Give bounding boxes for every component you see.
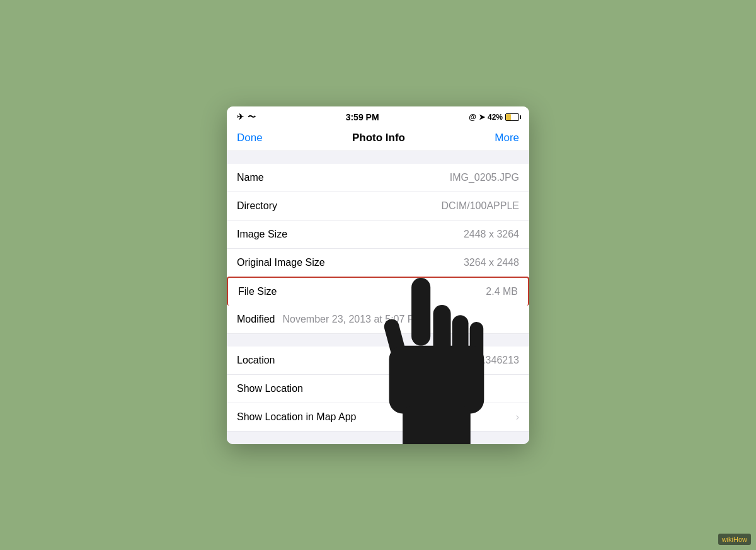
name-label: Name — [237, 172, 264, 183]
original-image-size-value: 3264 x 2448 — [464, 257, 519, 268]
directory-value: DCIM/100APPLE — [441, 200, 519, 212]
file-size-section: File Size 2.4 MB — [227, 277, 529, 306]
image-size-label: Image Size — [237, 229, 287, 240]
file-size-value: 2.4 MB — [486, 286, 518, 297]
show-location-map-row[interactable]: Show Location in Map App › — [227, 403, 529, 432]
name-value: IMG_0205.JPG — [450, 172, 519, 183]
status-left: ✈ 〜 — [237, 112, 256, 123]
location-label: Location — [237, 355, 275, 366]
section-gap-top — [227, 151, 529, 164]
status-time: 3:59 PM — [346, 112, 379, 122]
chevron-right-icon: › — [516, 411, 519, 423]
original-image-size-row: Original Image Size 3264 x 2448 — [227, 249, 529, 277]
wikihow-badge: wikiHow — [718, 534, 751, 545]
more-button[interactable]: More — [495, 132, 519, 144]
show-location-row[interactable]: Show Location — [227, 375, 529, 403]
wikihow-prefix: wiki — [722, 536, 733, 543]
section-gap-middle — [227, 334, 529, 347]
content-area: Name IMG_0205.JPG Directory DCIM/100APPL… — [227, 151, 529, 444]
name-row: Name IMG_0205.JPG — [227, 164, 529, 192]
gps-icon: ➤ — [479, 113, 485, 122]
modified-row: Modified November 23, 2013 at 5:07 PM — [227, 306, 529, 334]
wikihow-suffix: How — [733, 536, 747, 543]
image-size-value: 2448 x 3264 — [464, 229, 519, 240]
airplane-icon: ✈ — [237, 112, 244, 122]
modified-value: November 23, 2013 at 5:07 PM — [282, 314, 422, 325]
directory-label: Directory — [237, 200, 277, 212]
nav-bar: Done Photo Info More — [227, 125, 529, 151]
directory-row: Directory DCIM/100APPLE — [227, 192, 529, 221]
image-size-row: Image Size 2448 x 3264 — [227, 221, 529, 249]
page-title: Photo Info — [352, 132, 405, 144]
done-button[interactable]: Done — [237, 132, 263, 144]
location-icon: @ — [469, 113, 476, 122]
show-location-map-label: Show Location in Map App — [237, 411, 516, 423]
modified-label: Modified — [237, 314, 275, 325]
file-size-label: File Size — [238, 286, 277, 297]
wifi-icon: 〜 — [248, 112, 256, 123]
battery-icon — [505, 113, 519, 121]
file-size-row: File Size 2.4 MB — [227, 277, 529, 306]
location-row: Location 31.131325 / 121.346213 — [227, 347, 529, 375]
info-table: Name IMG_0205.JPG Directory DCIM/100APPL… — [227, 164, 529, 277]
location-section: Location 31.131325 / 121.346213 Show Loc… — [227, 347, 529, 432]
section-gap-bottom — [227, 432, 529, 444]
status-bar: ✈ 〜 3:59 PM @ ➤ 42% — [227, 106, 529, 125]
status-right: @ ➤ 42% — [469, 113, 519, 122]
modified-section: Modified November 23, 2013 at 5:07 PM — [227, 306, 529, 334]
show-location-label: Show Location — [237, 383, 519, 394]
phone-container: ✈ 〜 3:59 PM @ ➤ 42% Done Photo Info More… — [227, 106, 529, 444]
original-image-size-label: Original Image Size — [237, 257, 325, 268]
battery-percent: 42% — [488, 113, 503, 122]
location-value: 31.131325 / 121.346213 — [410, 355, 520, 366]
